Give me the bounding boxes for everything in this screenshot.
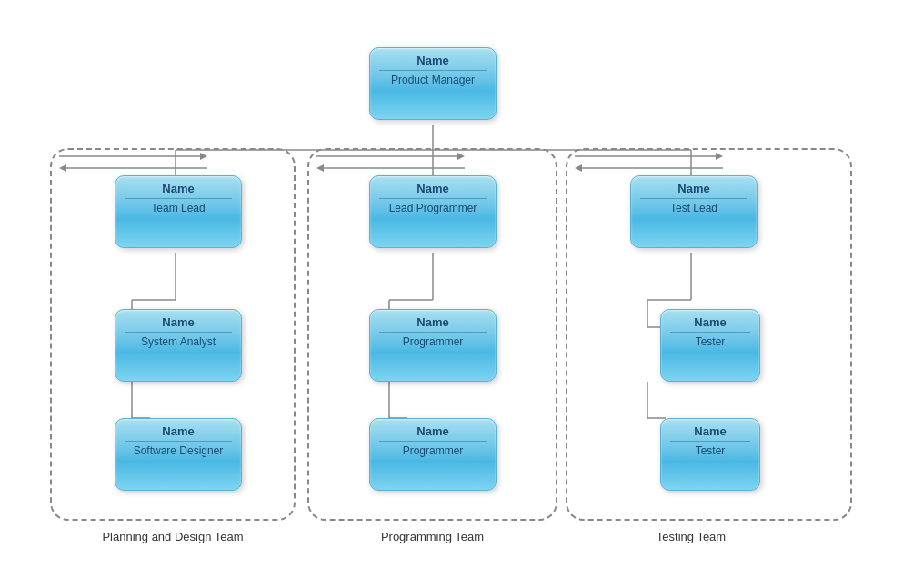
programmer1-role: Programmer xyxy=(403,335,464,348)
product-manager-name: Name xyxy=(379,54,487,71)
software-designer-card: Name Software Designer xyxy=(115,418,242,491)
test-lead-name: Name xyxy=(640,182,747,199)
lead-programmer-name: Name xyxy=(379,182,487,199)
system-analyst-role: System Analyst xyxy=(141,335,216,348)
testing-team-label: Testing Team xyxy=(600,530,782,543)
tester1-role: Tester xyxy=(696,335,726,348)
programming-team-label: Programming Team xyxy=(326,530,539,543)
diagram-container: Name Product Manager Name Team Lead Name… xyxy=(0,0,903,588)
programmer2-name: Name xyxy=(379,424,487,442)
tester1-card: Name Tester xyxy=(660,309,760,382)
lead-programmer-card: Name Lead Programmer xyxy=(369,175,497,248)
tester1-name: Name xyxy=(670,315,750,333)
planning-team-label: Planning and Design Team xyxy=(68,530,277,543)
team-lead-name: Name xyxy=(125,182,232,199)
software-designer-role: Software Designer xyxy=(134,444,224,457)
programmer2-card: Name Programmer xyxy=(369,418,497,491)
software-designer-name: Name xyxy=(125,424,232,442)
tester2-role: Tester xyxy=(696,444,726,457)
test-lead-role: Test Lead xyxy=(670,202,717,214)
product-manager-role: Product Manager xyxy=(391,74,475,86)
programmer2-role: Programmer xyxy=(403,444,464,457)
lead-programmer-role: Lead Programmer xyxy=(389,202,477,214)
team-lead-role: Team Lead xyxy=(151,202,205,214)
product-manager-card: Name Product Manager xyxy=(369,47,497,120)
programmer1-name: Name xyxy=(379,315,487,333)
programmer1-card: Name Programmer xyxy=(369,309,497,382)
system-analyst-card: Name System Analyst xyxy=(115,309,242,382)
team-lead-card: Name Team Lead xyxy=(115,175,242,248)
test-lead-card: Name Test Lead xyxy=(630,175,758,248)
tester2-card: Name Tester xyxy=(660,418,760,491)
system-analyst-name: Name xyxy=(125,315,232,333)
tester2-name: Name xyxy=(670,424,750,442)
